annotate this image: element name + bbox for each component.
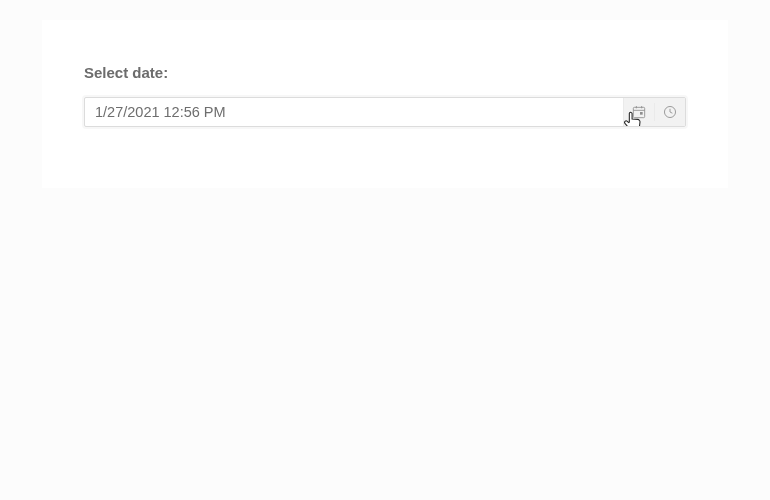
select-date-label: Select date: bbox=[84, 64, 686, 81]
svg-rect-0 bbox=[633, 107, 644, 117]
datetime-input[interactable] bbox=[85, 98, 623, 126]
date-picker-panel: Select date: bbox=[42, 20, 728, 188]
icon-divider bbox=[654, 103, 655, 121]
calendar-button[interactable] bbox=[630, 103, 648, 121]
calendar-icon bbox=[631, 104, 647, 120]
svg-line-7 bbox=[670, 112, 672, 113]
datetime-icon-group bbox=[623, 98, 685, 126]
clock-button[interactable] bbox=[661, 103, 679, 121]
datetime-field bbox=[84, 97, 686, 127]
clock-icon bbox=[662, 104, 678, 120]
svg-rect-4 bbox=[640, 112, 643, 115]
